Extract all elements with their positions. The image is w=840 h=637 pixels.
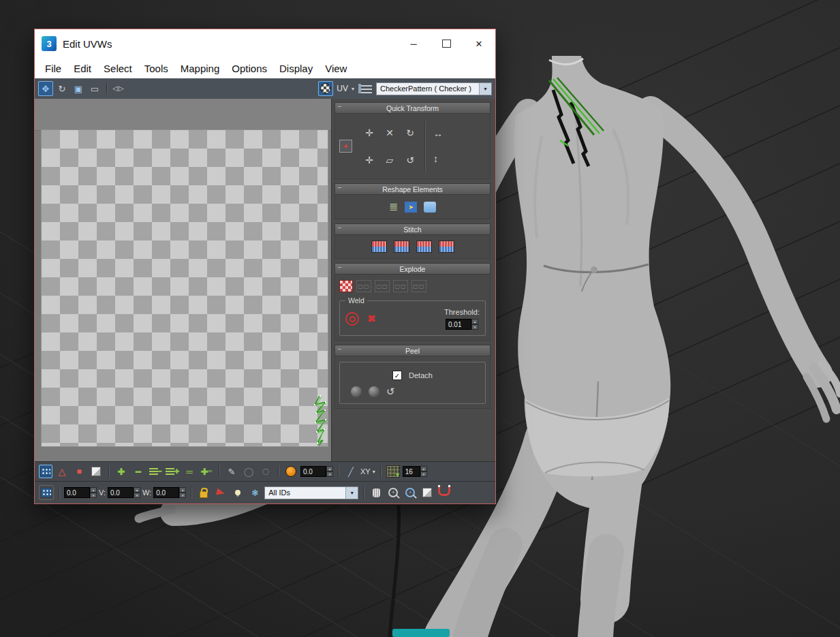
zoom-extents-icon[interactable] [420, 485, 435, 500]
pan-icon[interactable] [369, 485, 384, 500]
target-weld-icon[interactable] [345, 312, 359, 326]
soft-selection-falloff-icon[interactable] [283, 464, 298, 479]
stitch-to-average-icon[interactable] [416, 240, 432, 253]
reset-peel-icon[interactable]: ↺ [386, 386, 395, 398]
paint-select-icon[interactable]: ✎ [224, 464, 239, 479]
zoom-region-icon[interactable]: + [403, 485, 418, 500]
title-bar[interactable]: 3 Edit UVWs ─ ✕ [35, 29, 495, 58]
weld-selected-icon[interactable]: ✖ [367, 313, 376, 325]
grow-selection-icon[interactable]: ✚ [114, 464, 129, 479]
spin-down-icon[interactable]: ▾ [134, 493, 140, 498]
paint-size-up-icon[interactable]: ◯ [258, 464, 273, 479]
freeform-tool-icon[interactable]: ▭ [87, 81, 102, 96]
threshold-field[interactable]: 0.01 [446, 319, 471, 330]
limit-to-grid-icon[interactable]: ▾ [386, 464, 401, 479]
straighten-selection-icon[interactable]: ≣ [389, 200, 398, 213]
reshape-elements-header[interactable]: – Reshape Elements [335, 183, 491, 195]
paint-size-down-icon[interactable]: ◯ [241, 464, 256, 479]
shrink-selection-icon[interactable]: ━ [131, 464, 146, 479]
falloff-curve-icon[interactable]: ╱ [343, 464, 358, 479]
minimize-button[interactable]: ─ [397, 29, 430, 58]
close-button[interactable]: ✕ [463, 29, 495, 58]
flatten-by-material-icon[interactable]: ▢▢ [393, 280, 408, 292]
v-field[interactable]: 0.0 [108, 487, 134, 498]
texture-dropdown[interactable]: CheckerPattern ( Checker ) ▾ [376, 82, 492, 95]
spin-down-icon[interactable]: ▾ [471, 324, 478, 330]
vertex-mode-icon[interactable] [39, 465, 52, 478]
flatten-custom-icon[interactable]: ▢▢ [411, 280, 426, 292]
rotate-cw-icon[interactable]: ↻ [406, 127, 414, 138]
flatten-by-smoothing-icon[interactable] [339, 280, 353, 292]
move-tool-icon[interactable]: ✥ [38, 81, 53, 96]
stitch-header[interactable]: – Stitch [335, 223, 491, 235]
detach-checkbox[interactable]: ✓ [392, 371, 402, 380]
spin-up-icon[interactable]: ▴ [90, 487, 97, 493]
falloff-field[interactable]: 0.0 [300, 466, 326, 477]
menu-edit[interactable]: Edit [67, 60, 97, 77]
break-icon[interactable]: ▢▢ [356, 280, 371, 292]
menu-view[interactable]: View [319, 60, 353, 77]
texture-list-icon[interactable] [358, 81, 373, 96]
show-hidden-icon[interactable] [230, 485, 245, 500]
edge-mode-icon[interactable]: △ [55, 464, 69, 479]
falloff-space-dropdown[interactable]: XY [360, 467, 371, 476]
spin-down-icon[interactable]: ▾ [90, 493, 97, 498]
ring-grow-icon[interactable]: ✚═ [199, 464, 214, 479]
rotate-tool-icon[interactable]: ↻ [55, 81, 69, 96]
quick-transform-header[interactable]: – Quick Transform [335, 102, 491, 114]
uv-editor-canvas[interactable] [35, 99, 332, 461]
menu-display[interactable]: Display [273, 60, 319, 77]
filter-selected-faces-icon[interactable] [213, 485, 228, 500]
spin-down-icon[interactable]: ▾ [179, 493, 186, 498]
freeze-selected-icon[interactable]: ❄ [247, 485, 262, 500]
uv-channel-dropdown[interactable]: UV [337, 84, 348, 93]
uv-shell-wireframe[interactable] [313, 395, 327, 446]
menu-tools[interactable]: Tools [138, 60, 174, 77]
polygon-mode-icon[interactable]: ■ [72, 464, 87, 479]
checker-background[interactable] [42, 130, 328, 446]
menu-select[interactable]: Select [97, 60, 138, 77]
align-element-icon[interactable]: ▱ [386, 155, 394, 166]
ring-shrink-icon[interactable]: ═ [182, 464, 197, 479]
peel-header[interactable]: – Peel [335, 345, 491, 356]
snap-toggle-icon[interactable] [437, 485, 452, 500]
stitch-custom-icon[interactable] [371, 240, 387, 253]
align-cross-icon[interactable]: ✕ [386, 127, 394, 138]
spin-up-icon[interactable]: ▴ [179, 487, 186, 493]
spin-down-icon[interactable]: ▾ [420, 471, 427, 477]
align-v-icon[interactable]: ✛ [365, 155, 373, 166]
stitch-to-source-icon[interactable] [394, 240, 409, 253]
loop-grow-icon[interactable]: ✚ [165, 464, 180, 479]
spin-up-icon[interactable]: ▴ [471, 319, 478, 324]
rotate-ccw-icon[interactable]: ↺ [406, 155, 414, 166]
absolute-typein-icon[interactable] [39, 485, 54, 500]
w-field[interactable]: 0.0 [153, 487, 179, 498]
spin-up-icon[interactable]: ▴ [134, 487, 140, 493]
loop-shrink-icon[interactable]: ━ [148, 464, 163, 479]
element-mode-icon[interactable] [89, 464, 104, 479]
mirror-tool-icon[interactable]: ◁▷ [111, 81, 126, 96]
scale-tool-icon[interactable]: ▣ [71, 81, 86, 96]
zoom-icon[interactable]: + [386, 485, 401, 500]
explode-header[interactable]: – Explode [335, 263, 491, 275]
material-id-arrow-icon[interactable]: ▾ [345, 487, 358, 499]
detach-edge-verts-icon[interactable]: ▢▢ [375, 280, 390, 292]
lock-selection-icon[interactable] [196, 485, 211, 500]
spin-down-icon[interactable]: ▾ [326, 471, 333, 477]
stitch-to-target-icon[interactable] [439, 240, 454, 253]
show-map-icon[interactable] [318, 81, 333, 96]
peel-mode-icon[interactable] [351, 386, 362, 397]
edge-limit-field[interactable]: 16 [403, 466, 420, 477]
texture-dropdown-arrow-icon[interactable]: ▾ [479, 83, 491, 95]
spin-up-icon[interactable]: ▴ [420, 466, 427, 471]
menu-options[interactable]: Options [225, 60, 273, 77]
relax-until-flat-icon[interactable]: ➤ [405, 202, 417, 213]
space-vertical-icon[interactable]: ↕ [433, 153, 443, 164]
menu-file[interactable]: File [39, 60, 67, 77]
relax-tool-icon[interactable] [424, 202, 436, 213]
maximize-button[interactable] [430, 29, 463, 58]
pelt-map-icon[interactable] [369, 386, 379, 397]
add-quick-transform-button[interactable]: + [339, 140, 352, 153]
material-id-dropdown[interactable]: All IDs ▾ [264, 486, 358, 499]
menu-mapping[interactable]: Mapping [174, 60, 226, 77]
